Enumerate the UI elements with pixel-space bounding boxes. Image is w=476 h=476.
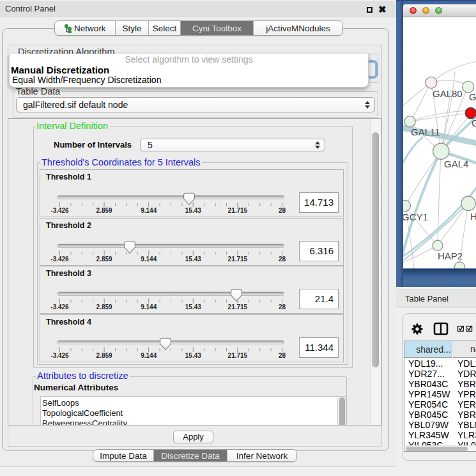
svg-text:GAL11: GAL11	[411, 127, 440, 137]
svg-text:HAP2: HAP2	[438, 250, 463, 261]
svg-text:GA: GA	[469, 91, 476, 102]
svg-text:GAL80: GAL80	[433, 88, 463, 99]
svg-text:GAL4: GAL4	[444, 158, 468, 169]
svg-text:H: H	[470, 211, 476, 222]
svg-text:GCY1: GCY1	[403, 211, 428, 222]
svg-text:G: G	[472, 118, 476, 128]
